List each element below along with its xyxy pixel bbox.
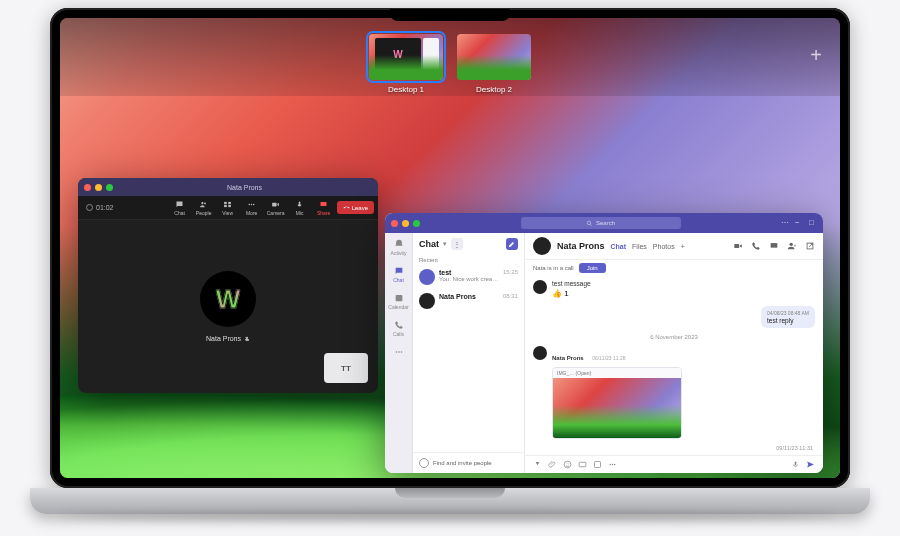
teams-call-window[interactable]: Nata Prons 01:02 Chat People View More C… [78,178,378,393]
chat-list-title: Chat [419,239,439,249]
reaction-badge[interactable]: 👍 1 [552,289,591,298]
chat-titlebar[interactable]: Search ⋯ − □ [385,213,823,233]
emoji-icon[interactable] [563,460,572,469]
traffic-light-zoom[interactable] [106,184,113,191]
add-desktop-button[interactable]: + [806,46,826,66]
image-attachment[interactable]: IMG_… (Open) [552,367,682,439]
conversation-name: Nata Prons [557,241,605,251]
video-call-icon[interactable] [733,241,743,251]
svg-rect-24 [579,462,586,467]
svg-point-7 [251,203,253,205]
rail-calls[interactable]: Calls [390,320,408,337]
avatar [419,293,435,309]
chat-list-pane: Chat ▾ ⋮ Recent test You: Nice work crea… [413,233,525,473]
find-invite-button[interactable]: Find and invite people [413,452,524,473]
svg-rect-3 [228,201,231,203]
rail-calendar[interactable]: Calendar [390,293,408,310]
desktop-thumb-window [375,38,421,70]
popout-icon[interactable] [805,241,815,251]
svg-rect-4 [224,204,227,206]
svg-point-28 [614,464,616,466]
svg-rect-5 [228,204,231,206]
toolbar-mic-button[interactable]: Mic [289,198,311,218]
avatar [533,346,547,360]
chat-list-item[interactable]: Nata Prons 08:31 [413,289,524,313]
message-bubble-sent[interactable]: 04/08/23 08:48 AM test reply [761,306,815,328]
self-video-pip[interactable]: TT [324,353,368,383]
screenshare-icon[interactable] [769,241,779,251]
tab-chat[interactable]: Chat [611,243,627,250]
traffic-light-close[interactable] [84,184,91,191]
toolbar-people-button[interactable]: People [193,198,215,218]
svg-point-0 [201,201,203,203]
rail-chat[interactable]: Chat [390,266,408,283]
tab-files[interactable]: Files [632,243,647,250]
desktop-screen: Desktop 1 Desktop 2 + Nata Prons 01:02 [60,18,840,478]
message-composer[interactable] [525,455,823,473]
add-people-icon[interactable] [787,241,797,251]
maximize-icon[interactable]: □ [809,219,817,227]
svg-point-14 [395,351,397,353]
tab-photos[interactable]: Photos [653,243,675,250]
mic-icon[interactable] [791,460,800,469]
sticker-icon[interactable] [593,460,602,469]
desktop-thumbnail-1[interactable]: Desktop 1 [369,34,443,80]
message-list[interactable]: 04/08/23 08:48 AM test reply 6 November … [525,302,823,455]
tab-add[interactable]: + [681,243,685,250]
chevron-down-icon[interactable]: ▾ [443,240,447,248]
svg-point-15 [398,351,400,353]
desktop-thumb-bg [369,34,443,80]
svg-point-8 [253,203,255,205]
rail-more[interactable] [390,347,408,357]
audio-call-icon[interactable] [751,241,761,251]
compose-button[interactable] [506,238,518,250]
attachment-thumb [553,378,681,438]
toolbar-chat-button[interactable]: Chat [169,198,191,218]
traffic-light-zoom[interactable] [413,220,420,227]
screen-bezel: Desktop 1 Desktop 2 + Nata Prons 01:02 [50,8,850,488]
desktop-label: Desktop 2 [457,85,531,94]
avatar [419,269,435,285]
filter-icon[interactable]: ⋮ [451,238,463,250]
more-icon[interactable] [608,460,617,469]
call-timer: 01:02 [86,204,114,211]
laptop-base [30,488,870,514]
join-call-button[interactable]: Join [579,263,606,273]
minimize-icon[interactable]: − [795,219,803,227]
svg-rect-29 [795,462,797,466]
conversation-avatar [533,237,551,255]
send-button[interactable] [806,460,815,469]
mission-control-strip: Desktop 1 Desktop 2 + [60,18,840,96]
search-input[interactable]: Search [521,217,681,229]
toolbar-camera-button[interactable]: Camera [265,198,287,218]
call-titlebar[interactable]: Nata Prons [78,178,378,196]
attach-icon[interactable] [548,460,557,469]
search-icon [586,220,593,227]
call-toolbar: 01:02 Chat People View More Camera Mic S… [78,196,378,220]
leave-call-button[interactable]: Leave [337,201,374,214]
chat-list-item[interactable]: test You: Nice work creative des… 15:25 [413,265,524,289]
svg-rect-17 [734,244,739,248]
svg-rect-9 [272,202,277,206]
more-icon[interactable]: ⋯ [781,219,789,227]
svg-point-26 [610,464,612,466]
timestamp-label: 09/11/23 11:31 [776,445,813,451]
svg-point-21 [564,461,571,468]
date-separator: 6 November 2023 [533,334,815,340]
rail-activity[interactable]: Activity [390,239,408,256]
svg-point-19 [790,243,793,246]
traffic-light-close[interactable] [391,220,398,227]
teams-chat-window[interactable]: Search ⋯ − □ Activity Chat Calendar Call… [385,213,823,473]
toolbar-more-button[interactable]: More [241,198,263,218]
avatar [533,280,547,294]
traffic-light-minimize[interactable] [402,220,409,227]
toolbar-view-button[interactable]: View [217,198,239,218]
message-bubble-received[interactable]: Nata Prons 06/11/23 11:28 IMG_… (Open) [533,346,815,439]
format-icon[interactable] [533,460,542,469]
desktop-thumbnail-2[interactable]: Desktop 2 [457,34,531,80]
traffic-light-minimize[interactable] [95,184,102,191]
call-stage: W Nata Prons TT [78,220,378,393]
gif-icon[interactable] [578,460,587,469]
participant-avatar: W [200,271,256,327]
toolbar-share-button[interactable]: Share [313,198,335,218]
